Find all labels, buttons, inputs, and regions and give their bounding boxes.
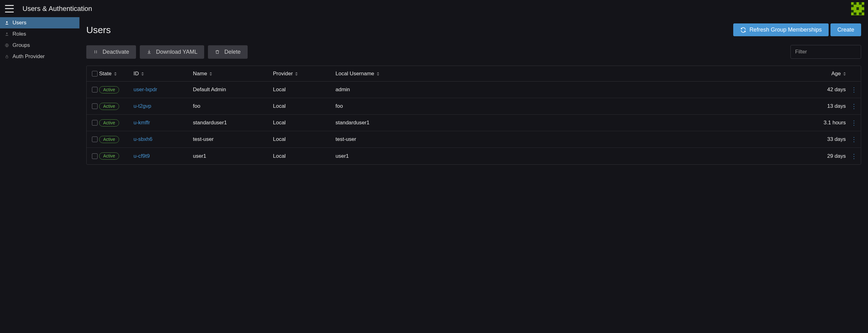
cell-local-username: admin <box>336 87 414 93</box>
cell-name: user1 <box>193 153 273 159</box>
row-checkbox[interactable] <box>92 87 98 93</box>
kebab-icon: ⋮ <box>851 136 857 143</box>
col-name[interactable]: Name <box>193 71 273 77</box>
row-checkbox[interactable] <box>92 103 98 109</box>
svg-rect-3 <box>6 56 8 58</box>
table-row: Activeuser-lxpdrDefault AdminLocaladmin4… <box>87 81 861 98</box>
avatar[interactable] <box>851 2 864 15</box>
cell-state: Active <box>99 153 133 160</box>
user-id-link[interactable]: u-kmffr <box>133 120 150 126</box>
user-id-link[interactable]: u-cf9t9 <box>133 153 150 159</box>
row-checkbox[interactable] <box>92 154 98 159</box>
cell-name: foo <box>193 103 273 109</box>
cell-age: 42 days <box>414 87 847 93</box>
cell-provider: Local <box>273 120 336 126</box>
cell-id: user-lxpdr <box>133 87 193 93</box>
user-id-link[interactable]: user-lxpdr <box>133 87 157 93</box>
deactivate-button[interactable]: Deactivate <box>86 45 136 59</box>
content: Users Refresh Group Memberships Create D… <box>80 17 868 333</box>
table-row: Activeu-cf9t9user1Localuser129 days⋮ <box>87 148 861 164</box>
trash-icon <box>215 49 220 54</box>
cell-age: 29 days <box>414 153 847 159</box>
user-id-link[interactable]: u-t2gvp <box>133 103 151 109</box>
cell-name: test-user <box>193 136 273 142</box>
cell-state: Active <box>99 86 133 93</box>
select-all-checkbox[interactable] <box>92 71 98 76</box>
col-provider[interactable]: Provider <box>273 71 336 77</box>
delete-button[interactable]: Delete <box>208 45 247 59</box>
globe-icon <box>4 43 9 47</box>
cell-state: Active <box>99 119 133 127</box>
row-actions-menu[interactable]: ⋮ <box>847 119 861 127</box>
table-row: Activeu-kmffrstandarduser1Localstandardu… <box>87 114 861 131</box>
status-badge: Active <box>99 86 119 93</box>
col-state[interactable]: State <box>99 71 133 77</box>
col-local-username[interactable]: Local Username <box>336 71 414 77</box>
status-badge: Active <box>99 119 119 127</box>
download-yaml-button[interactable]: Download YAML <box>140 45 204 59</box>
kebab-icon: ⋮ <box>851 102 857 110</box>
user-id-link[interactable]: u-sbxh6 <box>133 136 152 142</box>
page-title: Users <box>86 25 111 35</box>
cell-age: 13 days <box>414 103 847 109</box>
refresh-icon <box>740 27 746 33</box>
cell-id: u-sbxh6 <box>133 136 193 142</box>
cell-state: Active <box>99 136 133 143</box>
refresh-group-memberships-button[interactable]: Refresh Group Memberships <box>733 24 829 36</box>
cell-local-username: test-user <box>336 136 414 142</box>
cell-age: 33 days <box>414 136 847 142</box>
row-actions-menu[interactable]: ⋮ <box>847 153 861 160</box>
cell-id: u-cf9t9 <box>133 153 193 159</box>
sidebar-item-label: Groups <box>12 42 30 48</box>
sort-icon <box>295 72 298 76</box>
table-row: Activeu-t2gvpfooLocalfoo13 days⋮ <box>87 98 861 114</box>
kebab-icon: ⋮ <box>851 153 857 160</box>
sidebar-item-users[interactable]: Users <box>0 17 80 28</box>
page-head: Users Refresh Group Memberships Create <box>86 24 861 36</box>
create-button-label: Create <box>837 27 854 33</box>
sidebar-item-groups[interactable]: Groups <box>0 40 80 51</box>
col-age[interactable]: Age <box>414 71 847 77</box>
page-context-title: Users & Authentication <box>23 5 92 13</box>
sidebar-item-auth-provider[interactable]: Auth Provider <box>0 51 80 62</box>
cell-provider: Local <box>273 153 336 159</box>
filter-input[interactable] <box>790 45 861 59</box>
row-checkbox[interactable] <box>92 120 98 126</box>
download-button-label: Download YAML <box>156 49 197 55</box>
sidebar-item-label: Roles <box>12 31 26 37</box>
cell-state: Active <box>99 103 133 110</box>
refresh-button-label: Refresh Group Memberships <box>749 27 822 33</box>
deactivate-button-label: Deactivate <box>102 49 129 55</box>
kebab-icon: ⋮ <box>851 86 857 93</box>
row-actions-menu[interactable]: ⋮ <box>847 86 861 93</box>
col-id[interactable]: ID <box>133 71 193 77</box>
kebab-icon: ⋮ <box>851 119 857 127</box>
sort-icon <box>843 72 846 76</box>
row-select-cell <box>87 154 99 159</box>
row-select-cell <box>87 120 99 126</box>
menu-toggle-icon[interactable] <box>5 5 14 12</box>
users-table: State ID Name Provider Local Username Ag… <box>86 66 861 165</box>
row-select-cell <box>87 136 99 142</box>
cell-local-username: foo <box>336 103 414 109</box>
sidebar: Users Roles Groups Auth Provider <box>0 17 80 333</box>
toolbar: Deactivate Download YAML Delete <box>86 45 861 59</box>
cell-id: u-t2gvp <box>133 103 193 109</box>
cell-provider: Local <box>273 87 336 93</box>
lock-icon <box>4 54 9 59</box>
cell-provider: Local <box>273 136 336 142</box>
delete-button-label: Delete <box>224 49 241 55</box>
table-header-row: State ID Name Provider Local Username Ag… <box>87 66 861 81</box>
table-row: Activeu-sbxh6test-userLocaltest-user33 d… <box>87 131 861 148</box>
cell-local-username: standarduser1 <box>336 120 414 126</box>
create-button[interactable]: Create <box>831 24 861 36</box>
row-actions-menu[interactable]: ⋮ <box>847 136 861 143</box>
row-actions-menu[interactable]: ⋮ <box>847 102 861 110</box>
sort-icon <box>377 72 379 76</box>
sidebar-item-roles[interactable]: Roles <box>0 28 80 40</box>
cell-age: 3.1 hours <box>414 120 847 126</box>
row-select-cell <box>87 87 99 93</box>
row-checkbox[interactable] <box>92 136 98 142</box>
cell-provider: Local <box>273 103 336 109</box>
person-icon <box>4 21 9 25</box>
